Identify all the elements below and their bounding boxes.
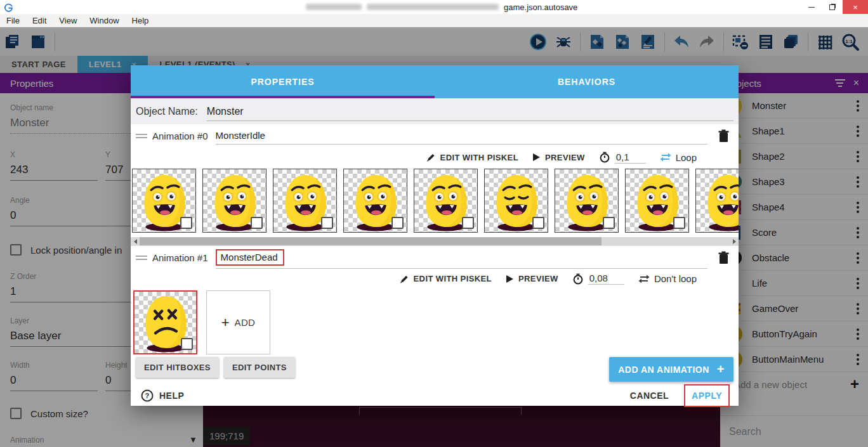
edit-with-piskel-button[interactable]: EDIT WITH PISKEL xyxy=(426,152,518,162)
scrollbar-thumb[interactable] xyxy=(140,237,602,245)
frame-checkbox[interactable] xyxy=(391,217,404,229)
time-between-frames: 0,1 xyxy=(599,152,646,164)
animation-frame[interactable] xyxy=(202,169,266,233)
dialog-tab-bar: PROPERTIES BEHAVIORS xyxy=(131,65,739,98)
trash-icon xyxy=(718,129,730,143)
help-button[interactable]: ? HELP xyxy=(141,389,184,402)
animation-frame[interactable] xyxy=(414,169,478,233)
animation-0-header: Animation #0 MonsterIdle xyxy=(131,124,739,148)
animation-frame[interactable] xyxy=(484,169,548,233)
drag-handle-icon[interactable] xyxy=(136,256,147,260)
cancel-button[interactable]: CANCEL xyxy=(626,385,673,406)
apply-highlight-box: APPLY xyxy=(684,384,730,407)
animation-frame[interactable] xyxy=(625,169,689,233)
animation-0-controls: EDIT WITH PISKEL PREVIEW 0,1 Loop xyxy=(131,148,739,167)
menu-view[interactable]: View xyxy=(53,16,83,25)
menu-file[interactable]: File xyxy=(0,16,26,25)
object-name-row: Object Name: Monster xyxy=(131,98,739,124)
preview-button[interactable]: PREVIEW xyxy=(532,153,585,162)
restore-button[interactable] xyxy=(822,0,843,14)
speed-input[interactable]: 0,1 xyxy=(615,152,646,164)
object-name-input[interactable]: Monster xyxy=(207,102,733,121)
help-icon: ? xyxy=(141,389,154,402)
frame-checkbox[interactable] xyxy=(462,217,474,229)
animation-frame[interactable] xyxy=(555,169,619,233)
animation-1-name-input[interactable]: MonsterDead xyxy=(216,249,284,266)
frames-scrollbar[interactable] xyxy=(131,237,739,245)
drag-handle-icon[interactable] xyxy=(136,134,147,138)
animation-frame[interactable] xyxy=(695,169,739,233)
loop-label: Loop xyxy=(676,152,697,163)
loop-icon xyxy=(638,274,650,284)
animation-0-frames xyxy=(131,167,739,236)
speed-input[interactable]: 0,08 xyxy=(588,273,624,285)
frame-checkbox[interactable] xyxy=(321,217,333,229)
add-frame-button[interactable]: +ADD xyxy=(206,290,270,354)
pencil-icon xyxy=(399,274,409,284)
animation-frame[interactable] xyxy=(133,290,197,354)
tab-properties[interactable]: PROPERTIES xyxy=(131,65,435,98)
active-tab-indicator xyxy=(131,96,435,98)
animation-1-controls: EDIT WITH PISKEL PREVIEW 0,08 Don't loop xyxy=(131,269,739,288)
animation-frame[interactable] xyxy=(343,169,407,233)
loop-toggle[interactable]: Loop xyxy=(660,152,697,163)
object-name-label: Object Name: xyxy=(136,106,198,117)
menu-edit[interactable]: Edit xyxy=(26,16,53,25)
dialog-actions-row: EDIT HITBOXES EDIT POINTS ADD AN ANIMATI… xyxy=(131,356,739,382)
edit-points-button[interactable]: EDIT POINTS xyxy=(224,357,295,378)
redacted-text xyxy=(367,4,499,10)
trash-icon xyxy=(718,251,730,264)
edit-hitboxes-button[interactable]: EDIT HITBOXES xyxy=(136,357,219,378)
loop-toggle[interactable]: Don't loop xyxy=(638,273,697,284)
animation-1-label: Animation #1 xyxy=(152,252,208,263)
stopwatch-icon xyxy=(599,152,610,163)
frame-checkbox[interactable] xyxy=(673,217,685,229)
delete-animation-button[interactable] xyxy=(718,251,730,264)
add-animation-button[interactable]: ADD AN ANIMATION + xyxy=(609,357,733,382)
menu-window[interactable]: Window xyxy=(83,16,125,25)
delete-animation-button[interactable] xyxy=(718,129,730,143)
scroll-left-icon[interactable] xyxy=(131,237,140,245)
scroll-right-icon[interactable] xyxy=(730,237,739,245)
loop-label: Don't loop xyxy=(654,273,697,284)
gdevelop-logo-icon xyxy=(4,3,13,12)
frame-checkbox[interactable] xyxy=(181,338,193,350)
tab-behaviors[interactable]: BEHAVIORS xyxy=(435,65,739,98)
app-window: game.json.autosave × File Edit View Wind… xyxy=(0,0,868,447)
plus-icon: + xyxy=(221,314,230,331)
monster-sprite xyxy=(698,171,739,231)
apply-button[interactable]: APPLY xyxy=(692,391,722,401)
play-icon xyxy=(506,275,514,283)
dialog-footer: ? HELP CANCEL APPLY xyxy=(131,382,739,413)
animation-frame[interactable] xyxy=(273,169,337,233)
animation-1-frames: +ADD xyxy=(131,288,739,356)
window-title: game.json.autosave xyxy=(306,0,577,14)
svg-text:?: ? xyxy=(145,392,149,399)
stopwatch-icon xyxy=(572,273,584,285)
title-bar: game.json.autosave × xyxy=(0,0,868,14)
plus-icon: + xyxy=(717,362,725,377)
time-between-frames: 0,08 xyxy=(572,273,624,285)
animation-0-name-input[interactable]: MonsterIdle xyxy=(216,130,265,141)
pencil-icon xyxy=(426,152,436,162)
preview-button[interactable]: PREVIEW xyxy=(506,274,558,283)
animation-1-header: Animation #1 MonsterDead xyxy=(131,245,739,269)
frame-checkbox[interactable] xyxy=(532,217,544,229)
minimize-button[interactable] xyxy=(801,0,822,14)
frame-checkbox[interactable] xyxy=(603,217,615,229)
edit-with-piskel-button[interactable]: EDIT WITH PISKEL xyxy=(399,274,492,284)
object-editor-dialog: PROPERTIES BEHAVIORS Object Name: Monste… xyxy=(131,65,739,406)
frame-checkbox[interactable] xyxy=(251,217,263,229)
loop-icon xyxy=(660,152,671,162)
redacted-text xyxy=(306,4,362,10)
close-button[interactable]: × xyxy=(843,0,868,14)
menu-help[interactable]: Help xyxy=(126,16,155,25)
animation-frame[interactable] xyxy=(132,169,196,233)
play-icon xyxy=(532,153,541,162)
window-title-text: game.json.autosave xyxy=(504,3,577,12)
menu-bar: File Edit View Window Help xyxy=(0,14,868,27)
animation-0-label: Animation #0 xyxy=(152,131,208,141)
frame-checkbox[interactable] xyxy=(180,217,192,229)
